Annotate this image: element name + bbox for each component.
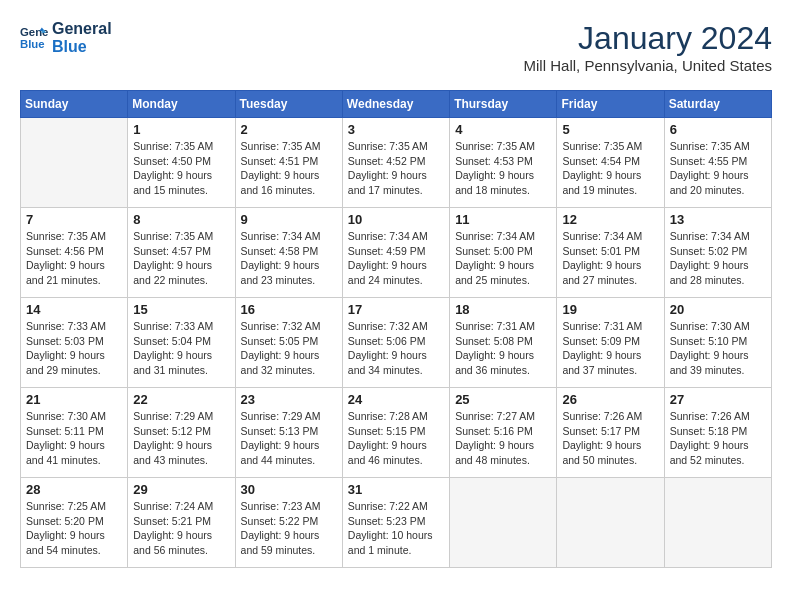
day-info: Sunrise: 7:29 AMSunset: 5:12 PMDaylight:… [133, 409, 229, 468]
week-row-4: 21Sunrise: 7:30 AMSunset: 5:11 PMDayligh… [21, 388, 772, 478]
day-info: Sunrise: 7:34 AMSunset: 5:01 PMDaylight:… [562, 229, 658, 288]
calendar-cell: 20Sunrise: 7:30 AMSunset: 5:10 PMDayligh… [664, 298, 771, 388]
day-number: 29 [133, 482, 229, 497]
calendar-cell: 4Sunrise: 7:35 AMSunset: 4:53 PMDaylight… [450, 118, 557, 208]
calendar-cell: 10Sunrise: 7:34 AMSunset: 4:59 PMDayligh… [342, 208, 449, 298]
page-header: General Blue General Blue January 2024 M… [20, 20, 772, 74]
day-info: Sunrise: 7:29 AMSunset: 5:13 PMDaylight:… [241, 409, 337, 468]
column-header-sunday: Sunday [21, 91, 128, 118]
day-number: 31 [348, 482, 444, 497]
day-number: 28 [26, 482, 122, 497]
day-number: 1 [133, 122, 229, 137]
column-header-tuesday: Tuesday [235, 91, 342, 118]
day-number: 26 [562, 392, 658, 407]
calendar-cell: 7Sunrise: 7:35 AMSunset: 4:56 PMDaylight… [21, 208, 128, 298]
calendar: SundayMondayTuesdayWednesdayThursdayFrid… [20, 90, 772, 568]
day-info: Sunrise: 7:26 AMSunset: 5:17 PMDaylight:… [562, 409, 658, 468]
logo-blue: Blue [52, 38, 112, 56]
day-number: 19 [562, 302, 658, 317]
day-number: 21 [26, 392, 122, 407]
day-number: 2 [241, 122, 337, 137]
calendar-cell: 24Sunrise: 7:28 AMSunset: 5:15 PMDayligh… [342, 388, 449, 478]
day-info: Sunrise: 7:25 AMSunset: 5:20 PMDaylight:… [26, 499, 122, 558]
day-info: Sunrise: 7:31 AMSunset: 5:08 PMDaylight:… [455, 319, 551, 378]
day-info: Sunrise: 7:24 AMSunset: 5:21 PMDaylight:… [133, 499, 229, 558]
day-info: Sunrise: 7:35 AMSunset: 4:57 PMDaylight:… [133, 229, 229, 288]
day-number: 24 [348, 392, 444, 407]
day-info: Sunrise: 7:33 AMSunset: 5:03 PMDaylight:… [26, 319, 122, 378]
day-number: 20 [670, 302, 766, 317]
location: Mill Hall, Pennsylvania, United States [524, 57, 772, 74]
day-info: Sunrise: 7:35 AMSunset: 4:55 PMDaylight:… [670, 139, 766, 198]
svg-text:Blue: Blue [20, 38, 45, 50]
day-info: Sunrise: 7:34 AMSunset: 5:02 PMDaylight:… [670, 229, 766, 288]
calendar-cell: 29Sunrise: 7:24 AMSunset: 5:21 PMDayligh… [128, 478, 235, 568]
day-number: 18 [455, 302, 551, 317]
calendar-cell: 26Sunrise: 7:26 AMSunset: 5:17 PMDayligh… [557, 388, 664, 478]
calendar-cell: 2Sunrise: 7:35 AMSunset: 4:51 PMDaylight… [235, 118, 342, 208]
week-row-1: 1Sunrise: 7:35 AMSunset: 4:50 PMDaylight… [21, 118, 772, 208]
day-number: 23 [241, 392, 337, 407]
calendar-cell [21, 118, 128, 208]
day-info: Sunrise: 7:35 AMSunset: 4:56 PMDaylight:… [26, 229, 122, 288]
day-number: 10 [348, 212, 444, 227]
day-info: Sunrise: 7:22 AMSunset: 5:23 PMDaylight:… [348, 499, 444, 558]
calendar-cell: 31Sunrise: 7:22 AMSunset: 5:23 PMDayligh… [342, 478, 449, 568]
day-info: Sunrise: 7:35 AMSunset: 4:50 PMDaylight:… [133, 139, 229, 198]
day-info: Sunrise: 7:35 AMSunset: 4:51 PMDaylight:… [241, 139, 337, 198]
calendar-cell: 21Sunrise: 7:30 AMSunset: 5:11 PMDayligh… [21, 388, 128, 478]
calendar-cell: 5Sunrise: 7:35 AMSunset: 4:54 PMDaylight… [557, 118, 664, 208]
day-info: Sunrise: 7:30 AMSunset: 5:11 PMDaylight:… [26, 409, 122, 468]
calendar-cell: 12Sunrise: 7:34 AMSunset: 5:01 PMDayligh… [557, 208, 664, 298]
day-number: 17 [348, 302, 444, 317]
day-number: 13 [670, 212, 766, 227]
calendar-cell: 19Sunrise: 7:31 AMSunset: 5:09 PMDayligh… [557, 298, 664, 388]
day-info: Sunrise: 7:35 AMSunset: 4:52 PMDaylight:… [348, 139, 444, 198]
calendar-cell [664, 478, 771, 568]
day-number: 6 [670, 122, 766, 137]
day-number: 12 [562, 212, 658, 227]
title-block: January 2024 Mill Hall, Pennsylvania, Un… [524, 20, 772, 74]
month-title: January 2024 [524, 20, 772, 57]
calendar-cell [557, 478, 664, 568]
calendar-cell: 23Sunrise: 7:29 AMSunset: 5:13 PMDayligh… [235, 388, 342, 478]
column-header-saturday: Saturday [664, 91, 771, 118]
day-info: Sunrise: 7:32 AMSunset: 5:05 PMDaylight:… [241, 319, 337, 378]
day-info: Sunrise: 7:34 AMSunset: 5:00 PMDaylight:… [455, 229, 551, 288]
day-info: Sunrise: 7:26 AMSunset: 5:18 PMDaylight:… [670, 409, 766, 468]
calendar-cell: 28Sunrise: 7:25 AMSunset: 5:20 PMDayligh… [21, 478, 128, 568]
day-number: 3 [348, 122, 444, 137]
calendar-cell: 25Sunrise: 7:27 AMSunset: 5:16 PMDayligh… [450, 388, 557, 478]
week-row-2: 7Sunrise: 7:35 AMSunset: 4:56 PMDaylight… [21, 208, 772, 298]
day-info: Sunrise: 7:27 AMSunset: 5:16 PMDaylight:… [455, 409, 551, 468]
week-row-5: 28Sunrise: 7:25 AMSunset: 5:20 PMDayligh… [21, 478, 772, 568]
day-number: 11 [455, 212, 551, 227]
calendar-header-row: SundayMondayTuesdayWednesdayThursdayFrid… [21, 91, 772, 118]
day-number: 4 [455, 122, 551, 137]
day-number: 9 [241, 212, 337, 227]
day-info: Sunrise: 7:33 AMSunset: 5:04 PMDaylight:… [133, 319, 229, 378]
calendar-cell: 9Sunrise: 7:34 AMSunset: 4:58 PMDaylight… [235, 208, 342, 298]
day-info: Sunrise: 7:32 AMSunset: 5:06 PMDaylight:… [348, 319, 444, 378]
calendar-cell: 27Sunrise: 7:26 AMSunset: 5:18 PMDayligh… [664, 388, 771, 478]
day-number: 14 [26, 302, 122, 317]
day-info: Sunrise: 7:35 AMSunset: 4:54 PMDaylight:… [562, 139, 658, 198]
logo: General Blue General Blue [20, 20, 112, 56]
week-row-3: 14Sunrise: 7:33 AMSunset: 5:03 PMDayligh… [21, 298, 772, 388]
calendar-cell: 13Sunrise: 7:34 AMSunset: 5:02 PMDayligh… [664, 208, 771, 298]
day-info: Sunrise: 7:23 AMSunset: 5:22 PMDaylight:… [241, 499, 337, 558]
calendar-cell: 1Sunrise: 7:35 AMSunset: 4:50 PMDaylight… [128, 118, 235, 208]
calendar-cell: 8Sunrise: 7:35 AMSunset: 4:57 PMDaylight… [128, 208, 235, 298]
day-number: 25 [455, 392, 551, 407]
calendar-cell: 6Sunrise: 7:35 AMSunset: 4:55 PMDaylight… [664, 118, 771, 208]
column-header-monday: Monday [128, 91, 235, 118]
day-info: Sunrise: 7:28 AMSunset: 5:15 PMDaylight:… [348, 409, 444, 468]
day-number: 30 [241, 482, 337, 497]
calendar-cell: 3Sunrise: 7:35 AMSunset: 4:52 PMDaylight… [342, 118, 449, 208]
column-header-friday: Friday [557, 91, 664, 118]
column-header-wednesday: Wednesday [342, 91, 449, 118]
day-number: 15 [133, 302, 229, 317]
day-number: 8 [133, 212, 229, 227]
calendar-cell [450, 478, 557, 568]
calendar-cell: 14Sunrise: 7:33 AMSunset: 5:03 PMDayligh… [21, 298, 128, 388]
